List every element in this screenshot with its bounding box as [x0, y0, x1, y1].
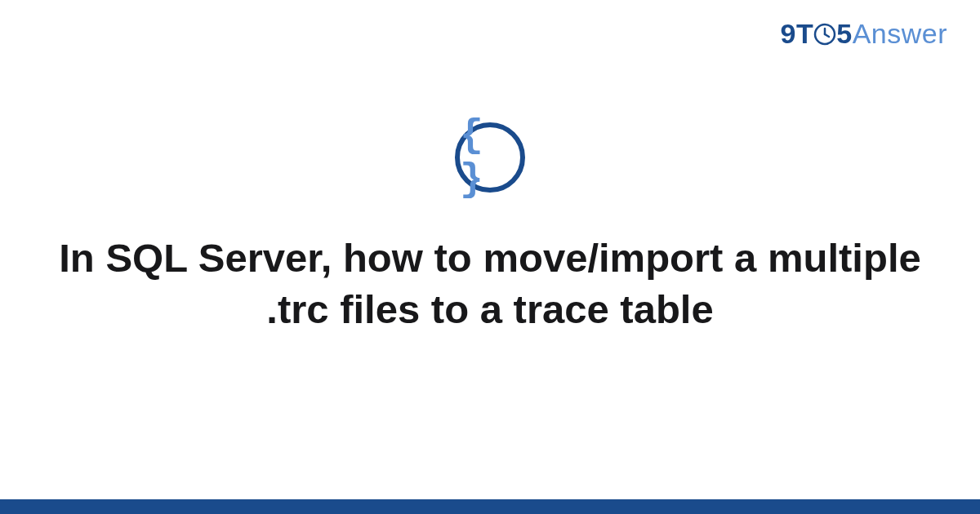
code-braces-icon: { }	[460, 113, 520, 202]
svg-line-2	[825, 34, 829, 37]
logo-t: T	[796, 18, 813, 49]
site-logo: 9T5Answer	[781, 18, 948, 50]
logo-answer: Answer	[853, 18, 947, 49]
logo-five: 5	[836, 18, 852, 49]
bottom-accent-bar	[0, 499, 980, 514]
category-icon: { }	[455, 122, 525, 193]
clock-icon	[813, 20, 836, 52]
question-title: In SQL Server, how to move/import a mult…	[49, 233, 931, 335]
icon-circle: { }	[455, 122, 525, 193]
logo-nine: 9	[781, 18, 796, 49]
